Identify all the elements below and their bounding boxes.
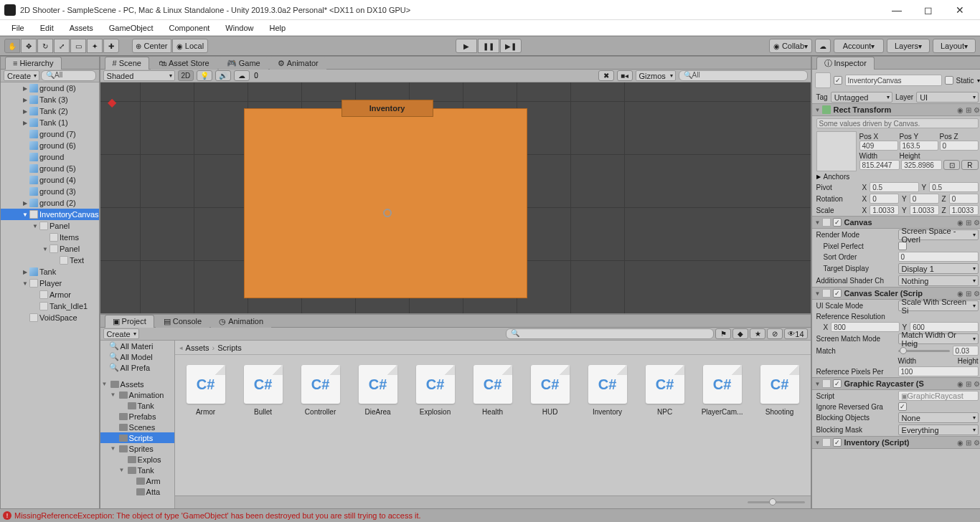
project-tree-item[interactable]: ▼Assets <box>100 379 174 389</box>
asset-item[interactable]: C#Health <box>472 365 514 485</box>
posz-field[interactable]: 0 <box>940 141 979 151</box>
asset-item[interactable]: C#Bullet <box>242 365 284 485</box>
hierarchy-item[interactable]: ▼Player <box>1 277 99 289</box>
sort-order-field[interactable]: 0 <box>898 252 979 262</box>
fav-prefabs[interactable]: 🔍All Prefa <box>100 362 174 373</box>
inventory-header-object[interactable]: Inventory <box>341 100 433 117</box>
2d-toggle-button[interactable]: 2D <box>178 70 194 81</box>
posy-field[interactable]: 163.5 <box>900 141 938 151</box>
project-tree-item[interactable]: Scripts <box>100 432 174 443</box>
inventory-enabled-checkbox[interactable]: ✓ <box>833 438 842 447</box>
static-checkbox[interactable] <box>945 76 953 85</box>
rect-transform-header[interactable]: ▼ Rect Transform ◉ ⊞ ⚙ <box>812 103 980 116</box>
hierarchy-item[interactable]: ▶Tank (1) <box>1 117 99 128</box>
console-tab[interactable]: ▤ Console <box>156 315 209 328</box>
menu-edit[interactable]: Edit <box>33 22 61 34</box>
breadcrumb-assets[interactable]: Assets <box>186 343 209 352</box>
inventory-panel-object[interactable] <box>244 108 527 298</box>
scale-y[interactable]: 1.0033 <box>910 205 939 215</box>
pivot-center-button[interactable]: ⊕ Center <box>132 39 171 53</box>
play-button[interactable]: ▶ <box>456 39 477 53</box>
pause-button[interactable]: ❚❚ <box>478 39 499 53</box>
hierarchy-item[interactable]: Armor <box>1 289 99 300</box>
project-tree-item[interactable]: Prefabs <box>100 411 174 422</box>
blueprint-button[interactable]: ⊡ <box>943 160 960 170</box>
raycaster-header[interactable]: ▼ ✓ Graphic Raycaster (S ◉⊞⚙ <box>812 377 980 390</box>
save-icon[interactable]: ⊘ <box>767 328 783 339</box>
hierarchy-item[interactable]: ground (3) <box>1 186 99 197</box>
menu-help[interactable]: Help <box>262 22 293 34</box>
collab-dropdown[interactable]: ◉ Collab ▾ <box>769 39 812 53</box>
star-icon[interactable]: ★ <box>750 328 765 339</box>
project-tree-item[interactable]: Atta <box>100 486 174 497</box>
asset-item[interactable]: C#Armor <box>185 365 227 485</box>
project-tree-item[interactable]: ▼Animation <box>100 389 174 400</box>
tools-icon[interactable]: ✖ <box>598 70 614 81</box>
animation-tab[interactable]: ◷ Animation <box>211 315 271 328</box>
scene-view[interactable]: ◆ Inventory <box>100 82 811 313</box>
thumbnail-size-slider[interactable] <box>748 501 805 503</box>
ignore-reversed-checkbox[interactable]: ✓ <box>898 402 907 411</box>
move-tool-button[interactable]: ✥ <box>21 39 37 53</box>
hierarchy-item[interactable]: ground (5) <box>1 163 99 174</box>
ref-x[interactable]: 800 <box>831 322 899 332</box>
canvas-scaler-enabled-checkbox[interactable]: ✓ <box>833 289 842 298</box>
scene-tab[interactable]: # Scene <box>105 57 149 70</box>
fav-materials[interactable]: 🔍All Materi <box>100 341 174 351</box>
ref-px-field[interactable]: 100 <box>898 366 979 376</box>
scale-tool-button[interactable]: ⤢ <box>54 39 70 53</box>
project-tree[interactable]: 🔍All Materi 🔍All Model 🔍All Prefa ▼Asset… <box>100 341 175 508</box>
hierarchy-item[interactable]: ▼InventoryCanvas <box>1 209 99 220</box>
asset-item[interactable]: C#PlayerCam... <box>702 365 743 485</box>
asset-item[interactable]: C#Shooting <box>759 365 801 485</box>
project-tree-item[interactable]: ▼Sprites <box>100 443 174 454</box>
hierarchy-item[interactable]: ground (4) <box>1 174 99 186</box>
match-slider[interactable] <box>898 350 950 352</box>
help-icon[interactable]: ◉ <box>957 106 963 114</box>
project-search-input[interactable]: 🔍 <box>506 328 714 339</box>
raycaster-enabled-checkbox[interactable]: ✓ <box>833 379 842 388</box>
menu-gameobject[interactable]: GameObject <box>102 22 161 34</box>
pivot-x[interactable]: 0.5 <box>870 182 918 192</box>
custom-tool-button[interactable]: ✚ <box>103 39 119 53</box>
menu-file[interactable]: File <box>4 22 32 34</box>
rot-x[interactable]: 0 <box>870 194 899 204</box>
gear-icon[interactable]: ⚙ <box>974 106 980 114</box>
target-display-dropdown[interactable]: Display 1 <box>898 263 979 274</box>
close-button[interactable]: ✕ <box>944 0 976 20</box>
asset-store-tab[interactable]: 🛍 Asset Store <box>151 57 217 70</box>
blocking-obj-dropdown[interactable]: None <box>898 412 979 423</box>
transform-tool-button[interactable]: ✦ <box>87 39 103 53</box>
hierarchy-tab[interactable]: ≡ Hierarchy <box>5 57 62 70</box>
fav-models[interactable]: 🔍All Model <box>100 351 174 362</box>
gizmos-dropdown[interactable]: Gizmos <box>636 70 676 81</box>
active-checkbox[interactable]: ✓ <box>834 76 842 85</box>
breadcrumb-scripts[interactable]: Scripts <box>217 343 242 352</box>
blocking-mask-dropdown[interactable]: Everything <box>898 424 979 435</box>
inspector-tab[interactable]: ⓘ Inspector <box>816 57 875 70</box>
width-field[interactable]: 815.2447 <box>859 160 900 170</box>
layer-dropdown[interactable]: UI <box>916 92 978 103</box>
anchor-preset-button[interactable] <box>816 131 857 171</box>
posx-field[interactable]: 409 <box>859 141 898 151</box>
pivot-local-button[interactable]: ◉ Local <box>172 39 208 53</box>
filter-icon-2[interactable]: ◆ <box>732 328 748 339</box>
match-mode-dropdown[interactable]: Match Width Or Heig <box>898 333 979 344</box>
draw-mode-dropdown[interactable]: Shaded <box>103 70 175 81</box>
lighting-toggle[interactable]: 💡 <box>197 70 212 81</box>
layers-dropdown[interactable]: Layers ▾ <box>887 39 930 53</box>
filter-icon[interactable]: ⚑ <box>715 328 731 339</box>
asset-item[interactable]: C#Inventory <box>587 365 628 485</box>
hierarchy-item[interactable]: Text <box>1 255 99 266</box>
minimize-button[interactable]: — <box>881 0 913 20</box>
project-tree-item[interactable]: ▼Tank <box>100 465 174 475</box>
asset-grid[interactable]: C#ArmorC#BulletC#ControllerC#DieAreaC#Ex… <box>175 355 811 495</box>
raw-edit-button[interactable]: R <box>961 160 978 170</box>
object-name-input[interactable] <box>845 75 942 86</box>
render-mode-dropdown[interactable]: Screen Space - Overl <box>898 229 979 240</box>
statusbar[interactable]: ! MissingReferenceException: The object … <box>0 509 980 522</box>
pivot-y[interactable]: 0.5 <box>929 182 978 192</box>
hierarchy-item[interactable]: ground (7) <box>1 128 99 140</box>
hierarchy-item[interactable]: ▶Tank <box>1 266 99 277</box>
account-dropdown[interactable]: Account ▾ <box>834 39 884 53</box>
